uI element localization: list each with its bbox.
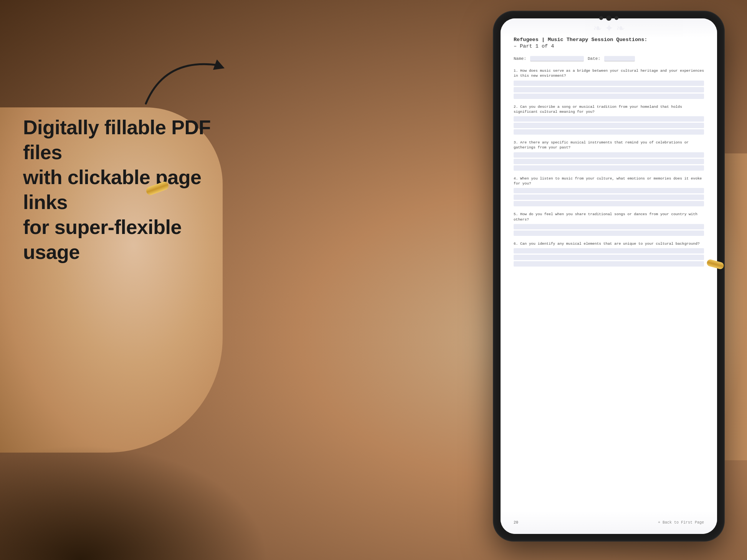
name-date-row: Name: Date: xyxy=(514,56,704,61)
name-field[interactable] xyxy=(530,56,584,61)
back-to-first-link[interactable]: + Back to First Page xyxy=(658,520,704,525)
answer-line[interactable] xyxy=(514,123,704,128)
question-3: 3. Are there any specific musical instru… xyxy=(514,140,704,171)
question-1: 1. How does music serve as a bridge betw… xyxy=(514,68,704,99)
answer-line[interactable] xyxy=(514,81,704,86)
camera-dot-right xyxy=(615,16,618,20)
answer-line[interactable] xyxy=(514,159,704,164)
dark-bottom-overlay xyxy=(0,445,269,560)
answer-line[interactable] xyxy=(514,129,704,135)
question-6-answer xyxy=(514,248,704,267)
answer-line[interactable] xyxy=(514,224,704,229)
promo-line-2: with clickable page links xyxy=(23,166,201,213)
question-2-answer xyxy=(514,116,704,135)
question-3-answer xyxy=(514,152,704,171)
camera-dot-left xyxy=(599,16,603,20)
tablet: ❧ ✦ ❧ Refugees | Music Therapy Session Q… xyxy=(494,12,724,541)
tablet-frame: ❧ ✦ ❧ Refugees | Music Therapy Session Q… xyxy=(494,12,724,541)
question-3-text: 3. Are there any specific musical instru… xyxy=(514,140,704,150)
question-4: 4. When you listen to music from your cu… xyxy=(514,176,704,207)
arrow-container xyxy=(134,50,242,111)
answer-line[interactable] xyxy=(514,201,704,206)
answer-line[interactable] xyxy=(514,231,704,236)
date-field[interactable] xyxy=(604,56,635,61)
promo-line-3: for super-flexible usage xyxy=(23,216,182,263)
doc-footer: 20 + Back to First Page xyxy=(514,520,704,525)
answer-line[interactable] xyxy=(514,87,704,92)
page-number: 20 xyxy=(514,520,518,525)
answer-line[interactable] xyxy=(514,94,704,99)
promo-text: Digitally fillable PDF files with clicka… xyxy=(23,115,215,265)
tablet-camera xyxy=(599,15,618,21)
camera-dot-center xyxy=(606,15,611,21)
document-content: ❧ ✦ ❧ Refugees | Music Therapy Session Q… xyxy=(501,18,717,534)
answer-line[interactable] xyxy=(514,116,704,122)
doc-subtitle: – Part 1 of 4 xyxy=(514,43,704,49)
question-2-text: 2. Can you describe a song or musical tr… xyxy=(514,104,704,115)
question-5: 5. How do you feel when you share tradit… xyxy=(514,212,704,236)
answer-line[interactable] xyxy=(514,152,704,158)
question-5-text: 5. How do you feel when you share tradit… xyxy=(514,212,704,222)
answer-line[interactable] xyxy=(514,194,704,200)
answer-line[interactable] xyxy=(514,261,704,267)
question-6: 6. Can you identify any musical elements… xyxy=(514,241,704,267)
answer-line[interactable] xyxy=(514,165,704,171)
promo-line-1: Digitally fillable PDF files xyxy=(23,116,211,163)
answer-line[interactable] xyxy=(514,255,704,260)
date-label: Date: xyxy=(588,56,600,61)
question-4-text: 4. When you listen to music from your cu… xyxy=(514,176,704,186)
question-5-answer xyxy=(514,224,704,236)
tablet-screen: ❧ ✦ ❧ Refugees | Music Therapy Session Q… xyxy=(501,18,717,534)
answer-line[interactable] xyxy=(514,188,704,193)
left-panel-text: Digitally fillable PDF files with clicka… xyxy=(23,115,215,265)
questions-list: 1. How does music serve as a bridge betw… xyxy=(514,68,704,267)
svg-text:❧ ✦ ❧: ❧ ✦ ❧ xyxy=(593,22,625,34)
answer-line[interactable] xyxy=(514,248,704,254)
question-6-text: 6. Can you identify any musical elements… xyxy=(514,241,704,246)
doc-title: Refugees | Music Therapy Session Questio… xyxy=(514,37,704,43)
name-label: Name: xyxy=(514,56,526,61)
question-4-answer xyxy=(514,188,704,206)
question-1-text: 1. How does music serve as a bridge betw… xyxy=(514,68,704,79)
question-1-answer xyxy=(514,81,704,99)
doc-header-pattern: ❧ ✦ ❧ xyxy=(501,18,717,38)
question-2: 2. Can you describe a song or musical tr… xyxy=(514,104,704,135)
